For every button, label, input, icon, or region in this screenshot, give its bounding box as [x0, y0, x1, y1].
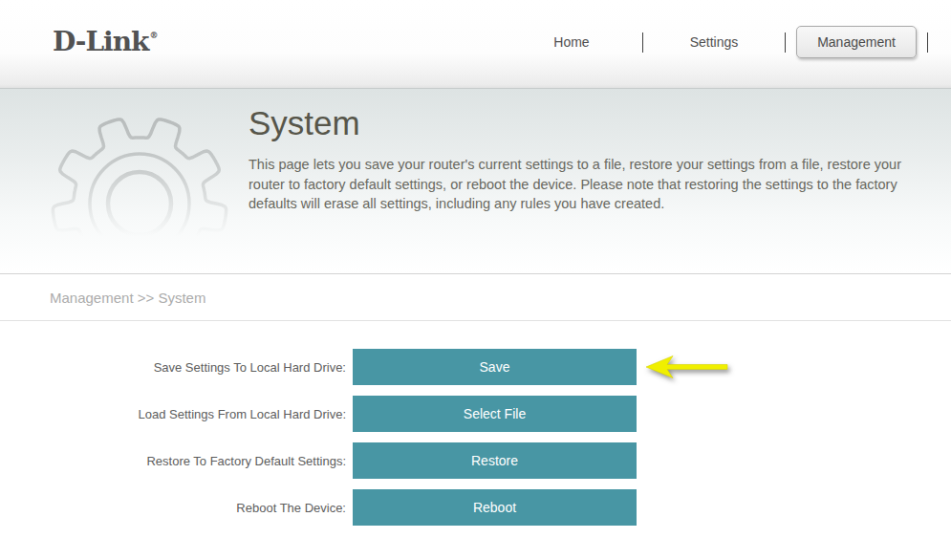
nav-item-settings[interactable]: Settings	[643, 34, 785, 50]
row-reboot-device: Reboot The Device: Reboot	[0, 489, 951, 526]
registered-trademark-symbol: ®	[150, 31, 159, 40]
top-navigation-bar: D-Link® Home Settings Management	[0, 0, 951, 89]
save-settings-label: Save Settings To Local Hard Drive:	[0, 360, 346, 375]
select-file-button[interactable]: Select File	[353, 396, 637, 432]
restore-defaults-label: Restore To Factory Default Settings:	[0, 454, 346, 468]
breadcrumb: Management >> System	[0, 274, 951, 321]
row-save-settings: Save Settings To Local Hard Drive: Save	[0, 349, 951, 385]
nav-item-management-wrap: Management	[786, 26, 927, 58]
nav-divider	[927, 32, 928, 53]
main-nav: Home Settings Management	[501, 26, 928, 58]
restore-button[interactable]: Restore	[353, 442, 637, 479]
load-settings-label: Load Settings From Local Hard Drive:	[0, 407, 346, 421]
system-actions-form: Save Settings To Local Hard Drive: Save …	[0, 321, 951, 526]
nav-item-home[interactable]: Home	[501, 34, 642, 50]
yellow-left-arrow-icon	[645, 355, 729, 379]
page-header-text: System This page lets you save your rout…	[249, 104, 918, 214]
dlink-logo: D-Link®	[53, 26, 158, 57]
save-button[interactable]: Save	[353, 349, 637, 385]
reboot-button[interactable]: Reboot	[353, 489, 637, 526]
row-restore-defaults: Restore To Factory Default Settings: Res…	[0, 442, 951, 479]
gear-icon	[34, 91, 254, 257]
dlink-logo-text: D-Link	[53, 26, 149, 57]
reboot-device-label: Reboot The Device:	[0, 501, 346, 515]
page-title: System	[249, 104, 918, 142]
page-header-banner: System This page lets you save your rout…	[0, 89, 951, 274]
row-load-settings: Load Settings From Local Hard Drive: Sel…	[0, 396, 951, 432]
page-description: This page lets you save your router's cu…	[249, 155, 910, 214]
nav-item-management[interactable]: Management	[796, 26, 917, 58]
